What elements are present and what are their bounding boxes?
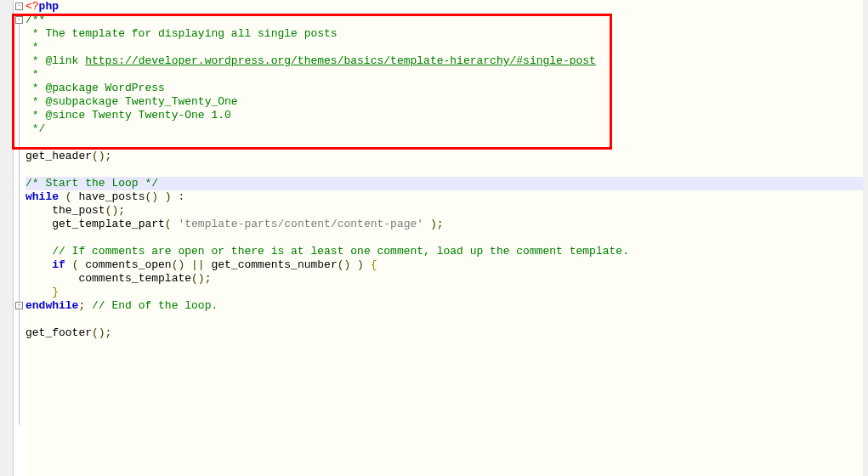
token-func: get_template_part bbox=[52, 218, 165, 230]
token-punc bbox=[26, 258, 52, 271]
code-line[interactable]: */ bbox=[26, 122, 863, 136]
code-line[interactable] bbox=[26, 231, 863, 245]
token-com: * @package WordPress bbox=[26, 82, 165, 94]
token-punc bbox=[26, 218, 52, 230]
token-punc: (); bbox=[92, 150, 111, 162]
token-kw: endwhile bbox=[26, 299, 78, 312]
code-line[interactable]: endwhile; // End of the loop. bbox=[26, 299, 863, 313]
token-punc: ( bbox=[165, 218, 179, 230]
token-com: // If comments are open or there is at l… bbox=[52, 245, 629, 258]
code-area[interactable]: <?php/** * The template for displaying a… bbox=[26, 0, 863, 340]
vertical-scrollbar[interactable] bbox=[863, 0, 868, 476]
token-punc: ( bbox=[59, 190, 78, 203]
token-com: /* Start the Loop */ bbox=[26, 177, 158, 190]
token-func: comments_open bbox=[85, 258, 171, 271]
token-func: have_posts bbox=[78, 190, 145, 203]
fold-toggle-icon[interactable]: - bbox=[15, 3, 23, 10]
token-punc: (); bbox=[92, 326, 111, 339]
token-punc: ; bbox=[78, 299, 92, 312]
code-line[interactable]: <?php bbox=[26, 0, 863, 14]
token-func: get_comments_number bbox=[211, 258, 337, 271]
token-punc bbox=[26, 245, 52, 258]
code-line[interactable]: if ( comments_open() || get_comments_num… bbox=[26, 258, 863, 272]
code-line[interactable]: * @since Twenty Twenty-One 1.0 bbox=[26, 109, 863, 122]
token-punc: () || bbox=[172, 258, 212, 271]
token-kw: while bbox=[26, 190, 59, 203]
token-com: * The template for displaying all single… bbox=[26, 27, 338, 40]
code-line[interactable]: * bbox=[26, 41, 863, 54]
code-line[interactable] bbox=[26, 163, 863, 177]
code-line[interactable]: comments_template(); bbox=[26, 272, 863, 286]
token-punc: () ) bbox=[338, 258, 371, 271]
code-line[interactable]: get_template_part( 'template-parts/conte… bbox=[26, 218, 863, 231]
token-brace: { bbox=[371, 258, 377, 271]
code-line[interactable] bbox=[26, 313, 863, 326]
token-str: 'template-parts/content/content-page' bbox=[178, 218, 423, 230]
token-com: * @subpackage Twenty_Twenty_One bbox=[26, 95, 238, 108]
code-line[interactable] bbox=[26, 136, 863, 150]
token-kw: php bbox=[39, 0, 59, 13]
token-com: * @since Twenty Twenty-One 1.0 bbox=[26, 109, 231, 122]
token-func: comments_template bbox=[78, 272, 191, 285]
fold-guide-line bbox=[19, 309, 20, 343]
token-punc: () ) : bbox=[145, 190, 184, 203]
line-number-gutter bbox=[0, 0, 14, 476]
code-line[interactable]: * @subpackage Twenty_Twenty_One bbox=[26, 95, 863, 109]
token-com: * bbox=[26, 41, 39, 54]
code-line[interactable]: the_post(); bbox=[26, 204, 863, 218]
fold-rail: --- bbox=[14, 0, 26, 476]
token-brace: } bbox=[52, 286, 59, 298]
token-com: * @link bbox=[26, 54, 85, 67]
code-line[interactable]: * bbox=[26, 68, 863, 82]
code-line[interactable]: /* Start the Loop */ bbox=[26, 177, 863, 190]
token-link: https://developer.wordpress.org/themes/b… bbox=[85, 54, 596, 67]
token-com: // End of the loop. bbox=[92, 299, 218, 312]
token-tag: <? bbox=[26, 0, 39, 13]
token-punc: (); bbox=[105, 204, 125, 217]
token-kw: if bbox=[52, 258, 65, 271]
token-punc bbox=[26, 204, 52, 217]
code-line[interactable]: while ( have_posts() ) : bbox=[26, 190, 863, 204]
token-com: * bbox=[26, 68, 39, 81]
token-punc bbox=[26, 286, 52, 298]
code-line[interactable]: get_footer(); bbox=[26, 326, 863, 340]
code-editor[interactable]: --- <?php/** * The template for displayi… bbox=[0, 0, 868, 476]
code-line[interactable]: * @link https://developer.wordpress.org/… bbox=[26, 54, 863, 68]
fold-guide-line bbox=[19, 24, 20, 425]
code-line[interactable]: get_header(); bbox=[26, 150, 863, 163]
token-func: get_header bbox=[26, 150, 92, 162]
fold-toggle-icon[interactable]: - bbox=[15, 16, 23, 24]
token-punc bbox=[26, 272, 78, 285]
token-punc: (); bbox=[191, 272, 211, 285]
token-func: the_post bbox=[52, 204, 105, 217]
token-com: /** bbox=[26, 14, 45, 26]
token-func: get_footer bbox=[26, 326, 92, 339]
code-line[interactable]: } bbox=[26, 286, 863, 299]
code-line[interactable]: * The template for displaying all single… bbox=[26, 27, 863, 41]
code-line[interactable]: /** bbox=[26, 14, 863, 27]
code-line[interactable]: // If comments are open or there is at l… bbox=[26, 245, 863, 258]
token-punc: ); bbox=[423, 218, 443, 230]
token-punc: ( bbox=[65, 258, 85, 271]
token-com: */ bbox=[26, 122, 45, 135]
code-line[interactable]: * @package WordPress bbox=[26, 82, 863, 95]
